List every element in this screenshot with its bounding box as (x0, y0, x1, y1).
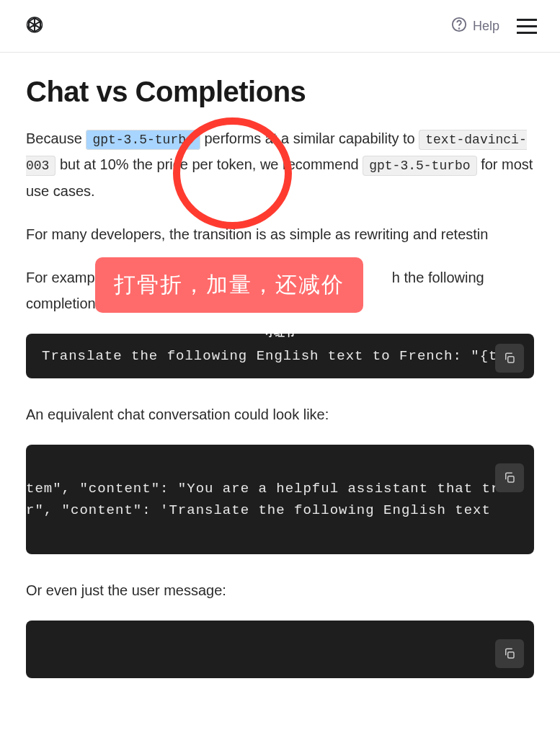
svg-point-2 (459, 28, 460, 29)
code-gpt35-2: gpt-3.5-turbo (363, 156, 476, 176)
paragraph-2: For many developers, the transition is a… (26, 221, 534, 247)
page-content: Chat vs Completions Because gpt-3.5-turb… (0, 76, 560, 707)
help-label: Help (473, 19, 499, 34)
code-block-3 (26, 621, 534, 678)
help-icon (451, 17, 467, 36)
code-gpt35-1: gpt-3.5-turbo (86, 130, 200, 150)
copy-button-2[interactable] (495, 463, 524, 492)
paragraph-4: An equivalent chat conversation could lo… (26, 401, 534, 427)
copy-icon (503, 647, 516, 660)
code-block-1: Translate the following English text to … (26, 334, 534, 378)
svg-rect-4 (508, 476, 514, 482)
menu-button[interactable] (517, 19, 537, 34)
copy-icon (503, 352, 516, 365)
page-title: Chat vs Completions (26, 76, 534, 108)
page-header: Help (0, 0, 560, 53)
copy-icon (503, 471, 516, 484)
copy-button-3[interactable] (495, 639, 524, 668)
svg-rect-3 (508, 357, 514, 363)
code-block-2: tem", "content": "You are a helpful assi… (26, 445, 534, 554)
copy-button-1[interactable] (495, 344, 524, 373)
red-sticker-annotation: 打骨折，加量，还减价 (95, 257, 363, 313)
svg-rect-5 (508, 652, 514, 658)
header-actions: Help (451, 17, 537, 36)
watermark: 小红书 (266, 326, 294, 339)
paragraph-5: Or even just the user message: (26, 577, 534, 603)
paragraph-1: Because gpt-3.5-turbo performs at a simi… (26, 125, 534, 204)
help-link[interactable]: Help (451, 17, 499, 36)
openai-logo (23, 14, 46, 37)
